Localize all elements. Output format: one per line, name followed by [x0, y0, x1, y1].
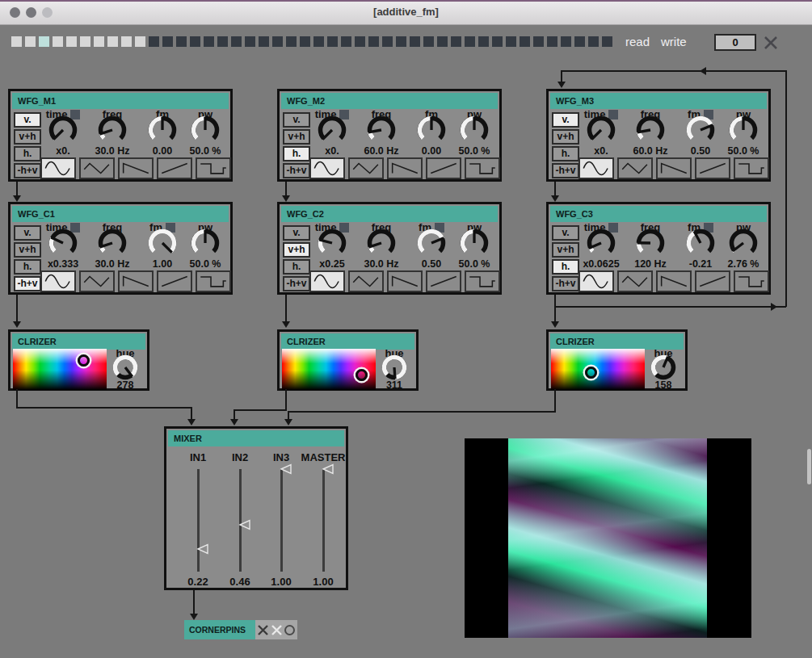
waveform-saw-down-button[interactable] [118, 270, 154, 292]
mode-button-h+v[interactable]: -h+v [283, 276, 310, 291]
preset-square[interactable] [533, 36, 544, 47]
mode-button-v+h[interactable]: v+h [283, 242, 310, 258]
preset-square[interactable] [341, 36, 351, 47]
waveform-square-button[interactable] [734, 270, 769, 292]
write-button[interactable]: write [661, 35, 687, 48]
preset-square[interactable] [574, 36, 585, 47]
preset-square[interactable] [492, 36, 503, 47]
close-patch-icon[interactable] [762, 34, 780, 52]
preset-square[interactable] [300, 36, 310, 47]
mode-button-v+h[interactable]: v+h [552, 242, 579, 258]
cornerpins-label[interactable]: CORNERPINS [184, 620, 255, 639]
preset-number-box[interactable]: 0 [714, 34, 756, 51]
preset-square[interactable] [286, 36, 297, 47]
mode-button-v+h[interactable]: v+h [552, 129, 579, 145]
waveform-triangle-button[interactable] [79, 157, 115, 179]
preset-square[interactable] [80, 36, 90, 47]
slider-handle[interactable] [322, 463, 334, 475]
color-picker-swatch[interactable] [551, 349, 645, 390]
preset-square[interactable] [520, 36, 530, 47]
mode-button-h+v[interactable]: -h+v [552, 276, 579, 291]
preset-square[interactable] [561, 36, 571, 47]
waveform-sine-button[interactable] [578, 270, 614, 292]
preset-square[interactable] [176, 36, 187, 47]
preset-square[interactable] [478, 36, 489, 47]
preset-square[interactable] [465, 36, 475, 47]
waveform-square-button[interactable] [196, 270, 231, 292]
waveform-sine-button[interactable] [309, 270, 345, 292]
preset-square[interactable] [451, 36, 461, 47]
mode-button-h+v[interactable]: -h+v [14, 163, 41, 178]
mode-button-v+h[interactable]: v+h [283, 129, 310, 145]
waveform-triangle-button[interactable] [79, 270, 115, 292]
waveform-saw-down-button[interactable] [387, 157, 423, 179]
cornerpin-x-dark-icon[interactable] [257, 624, 269, 636]
waveform-saw-down-button[interactable] [118, 157, 154, 179]
read-button[interactable]: read [625, 35, 650, 48]
waveform-saw-down-button[interactable] [656, 270, 692, 292]
preset-square[interactable] [121, 36, 132, 47]
mode-button-h+v[interactable]: -h+v [14, 276, 41, 291]
preset-square[interactable] [410, 36, 420, 47]
preset-square[interactable] [588, 36, 599, 47]
preset-square[interactable] [382, 36, 393, 47]
waveform-saw-up-button[interactable] [695, 270, 730, 292]
preset-square[interactable] [602, 36, 612, 47]
preset-square[interactable] [135, 36, 145, 47]
in3-slider[interactable] [280, 469, 283, 572]
preset-square[interactable] [547, 36, 557, 47]
waveform-saw-up-button[interactable] [157, 270, 192, 292]
preset-square[interactable] [437, 36, 448, 47]
waveform-triangle-button[interactable] [348, 270, 384, 292]
cornerpin-x-light-icon[interactable] [271, 624, 283, 636]
preset-square[interactable] [272, 36, 283, 47]
waveform-triangle-button[interactable] [348, 157, 384, 179]
preset-square[interactable] [11, 36, 22, 47]
preset-square[interactable] [66, 36, 77, 47]
preset-square[interactable] [259, 36, 269, 47]
waveform-saw-down-button[interactable] [656, 157, 692, 179]
cornerpin-circle-icon[interactable] [284, 624, 296, 636]
slider-handle[interactable] [196, 543, 209, 555]
preset-square[interactable] [162, 36, 173, 47]
mode-button-h+v[interactable]: -h+v [283, 163, 310, 178]
waveform-saw-up-button[interactable] [695, 157, 730, 179]
mode-button-h+v[interactable]: -h+v [552, 163, 579, 178]
preset-square[interactable] [94, 36, 104, 47]
waveform-sine-button[interactable] [40, 270, 76, 292]
preset-square[interactable] [217, 36, 228, 47]
preset-square[interactable] [368, 36, 379, 47]
slider-handle[interactable] [280, 463, 292, 475]
preset-square[interactable] [149, 36, 159, 47]
waveform-triangle-button[interactable] [617, 270, 653, 292]
waveform-square-button[interactable] [734, 157, 769, 179]
waveform-saw-down-button[interactable] [387, 270, 423, 292]
vertical-scrollbar[interactable] [807, 449, 811, 484]
preset-square[interactable] [107, 36, 118, 47]
waveform-saw-up-button[interactable] [426, 157, 461, 179]
waveform-square-button[interactable] [465, 270, 500, 292]
waveform-sine-button[interactable] [309, 157, 345, 179]
preset-square[interactable] [327, 36, 338, 47]
preset-square[interactable] [204, 36, 214, 47]
waveform-saw-up-button[interactable] [426, 270, 461, 292]
waveform-triangle-button[interactable] [617, 157, 653, 179]
preset-square[interactable] [39, 36, 49, 47]
waveform-square-button[interactable] [196, 157, 231, 179]
color-picker-swatch[interactable] [13, 349, 107, 390]
preset-square[interactable] [231, 36, 242, 47]
waveform-sine-button[interactable] [40, 157, 76, 179]
mode-button-v+h[interactable]: v+h [14, 242, 41, 258]
waveform-square-button[interactable] [465, 157, 500, 179]
preset-square[interactable] [53, 36, 63, 47]
preset-square[interactable] [506, 36, 516, 47]
preset-square[interactable] [190, 36, 200, 47]
preset-square[interactable] [423, 36, 434, 47]
in1-slider[interactable] [197, 469, 200, 572]
waveform-sine-button[interactable] [578, 157, 614, 179]
preset-square[interactable] [313, 36, 324, 47]
mode-button-v+h[interactable]: v+h [14, 129, 41, 145]
preset-square[interactable] [355, 36, 365, 47]
preset-square[interactable] [25, 36, 36, 47]
waveform-saw-up-button[interactable] [157, 157, 192, 179]
